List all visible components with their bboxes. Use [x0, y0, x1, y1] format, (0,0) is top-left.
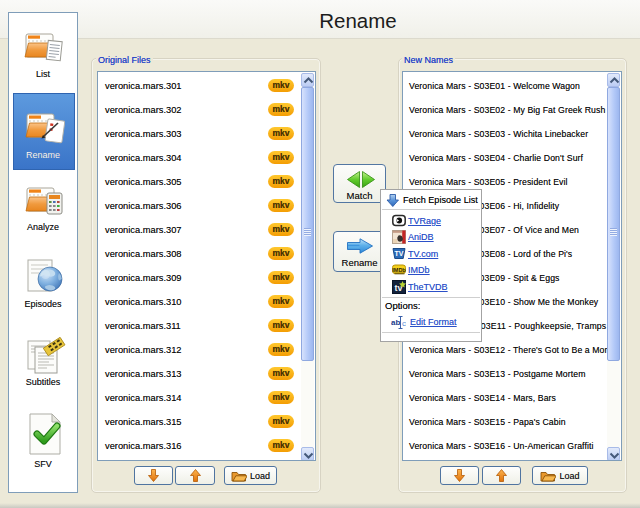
svg-text:c: c	[402, 319, 406, 328]
svg-text:IMDb: IMDb	[392, 267, 406, 273]
svg-text:ab: ab	[391, 318, 400, 327]
svg-text:TV: TV	[395, 250, 404, 257]
